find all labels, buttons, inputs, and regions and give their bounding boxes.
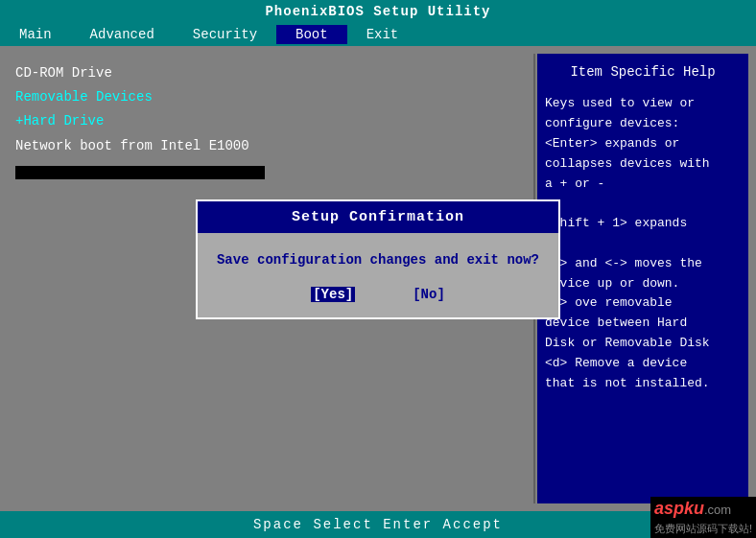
dialog-message: Save configuration changes and exit now? [213,252,543,268]
dialog-yes-button[interactable]: [Yes] [311,287,355,302]
dialog-buttons: [Yes] [No] [213,287,543,302]
main-content: CD-ROM Drive Removable Devices +Hard Dri… [0,46,756,511]
device-removable[interactable]: Removable Devices [15,85,524,109]
dialog-no-button[interactable]: [No] [413,287,445,302]
device-cdrom[interactable]: CD-ROM Drive [15,61,524,85]
dialog-box: Setup Confirmation Save configuration ch… [196,199,560,319]
title-text: PhoenixBIOS Setup Utility [265,4,490,19]
help-text: Keys used to view or configure devices: … [545,94,741,393]
nav-item-exit[interactable]: Exit [347,25,418,44]
watermark: aspku.com 免费网站源码下载站! [650,497,756,538]
bottom-bar: Space Select Enter Accept [0,511,756,538]
nav-item-security[interactable]: Security [174,25,276,44]
dialog-body: Save configuration changes and exit now?… [198,233,558,317]
right-panel: Item Specific Help Keys used to view or … [537,54,748,503]
scrollbar [15,166,265,179]
nav-item-boot[interactable]: Boot [276,25,347,44]
dialog-title: Setup Confirmation [198,201,558,233]
bottom-text: Space Select Enter Accept [253,517,503,532]
nav-item-advanced[interactable]: Advanced [71,25,174,44]
nav-bar: Main Advanced Security Boot Exit [0,23,756,46]
device-harddrive[interactable]: +Hard Drive [15,109,524,133]
help-title: Item Specific Help [545,61,741,82]
watermark-sub: 免费网站源码下载站! [654,523,752,534]
title-bar: PhoenixBIOS Setup Utility [0,0,756,23]
nav-item-main[interactable]: Main [0,25,71,44]
device-network[interactable]: Network boot from Intel E1000 [15,134,524,158]
